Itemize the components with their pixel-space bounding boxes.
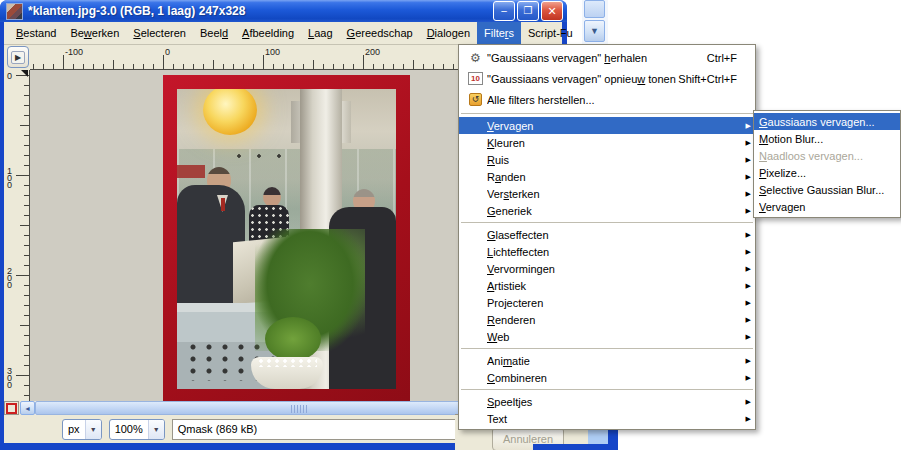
submenu-arrow-icon: ▶ [741, 139, 751, 147]
menu-item-label: Text [487, 413, 741, 425]
vertical-ruler[interactable]: 01 0 02 0 03 0 0 [4, 70, 30, 401]
menu-item-gaussiaans-vervagen[interactable]: Gaussiaans vervagen... [754, 113, 900, 130]
filters-menu: ⚙"Gaussiaans vervagen" herhalenCtrl+F10"… [458, 44, 756, 430]
menu-item-label: Selective Gaussian Blur... [759, 184, 896, 196]
photo-pot-pebbles [257, 358, 317, 367]
menu-item-label: Glaseffecten [487, 229, 741, 241]
ruler-label: 2 0 0 [7, 268, 12, 289]
menu-item-label: Randen [487, 171, 741, 183]
menu-item-label: Vervagen [759, 201, 896, 213]
menu-item-naadloos-vervagen[interactable]: Naadloos vervagen... [754, 147, 900, 164]
menu-item-randen[interactable]: Randen▶ [459, 168, 755, 185]
reshow-dialog-icon: 10 [464, 72, 487, 85]
submenu-arrow-icon: ▶ [741, 231, 751, 239]
menu-item-label: Combineren [487, 372, 741, 384]
menubar-item-beeld[interactable]: Beeld [193, 22, 235, 44]
menu-item-kleuren[interactable]: Kleuren▶ [459, 134, 755, 151]
unit-value: px [63, 423, 85, 435]
menu-item-web[interactable]: Web▶ [459, 328, 755, 345]
menubar-item-bewerken[interactable]: Bewerken [63, 22, 126, 44]
ruler-label: 0 [165, 47, 170, 57]
chevron-down-icon[interactable]: ▼ [85, 420, 101, 439]
submenu-arrow-icon: ▶ [741, 190, 751, 198]
menu-item-gaussiaans-vervagen-opnieuw-tonen[interactable]: 10"Gaussiaans vervagen" opnieuw tonenShi… [459, 68, 755, 89]
menu-item-animatie[interactable]: Animatie▶ [459, 352, 755, 369]
close-icon: ✕ [547, 6, 556, 17]
menu-item-ruis[interactable]: Ruis▶ [459, 151, 755, 168]
menu-item-label: Kleuren [487, 137, 741, 149]
vervagen-submenu: Gaussiaans vervagen...Motion Blur...Naad… [753, 110, 901, 218]
photo-lantern-lamp [203, 89, 257, 135]
menu-item-alle-filters-herstellen[interactable]: ↺Alle filters herstellen... [459, 89, 755, 110]
unit-select[interactable]: px ▼ [62, 419, 102, 440]
quickmask-toggle-button[interactable] [4, 401, 19, 415]
title-bar[interactable]: *klanten.jpg-3.0 (RGB, 1 laag) 247x328 –… [0, 0, 567, 22]
menubar-item-selecteren[interactable]: Selecteren [126, 22, 193, 44]
image-menu-button[interactable]: ▶ [7, 46, 29, 68]
submenu-arrow-icon: ▶ [741, 248, 751, 256]
maximize-icon: ❐ [524, 6, 533, 16]
menu-item-motion-blur[interactable]: Motion Blur... [754, 130, 900, 147]
menu-item-label: Alle filters herstellen... [487, 94, 751, 106]
menu-item-projecteren[interactable]: Projecteren▶ [459, 294, 755, 311]
scrollbar-thumb[interactable] [584, 0, 605, 18]
scroll-down-button[interactable]: ▼ [584, 20, 605, 42]
menu-item-glaseffecten[interactable]: Glaseffecten▶ [459, 226, 755, 243]
submenu-arrow-icon: ▶ [741, 398, 751, 406]
menu-item-combineren[interactable]: Combineren▶ [459, 369, 755, 386]
menu-item-vervagen[interactable]: Vervagen [754, 198, 900, 215]
menu-item-label: Ruis [487, 154, 741, 166]
menu-item-label: "Gaussiaans vervagen" herhalen [487, 52, 707, 64]
reset-icon: ↺ [464, 93, 487, 106]
menu-item-selective-gaussian-blur[interactable]: Selective Gaussian Blur... [754, 181, 900, 198]
menu-separator [459, 219, 755, 226]
close-button[interactable]: ✕ [541, 1, 563, 21]
menu-item-artistiek[interactable]: Artistiek▶ [459, 277, 755, 294]
menu-item-pixelize[interactable]: Pixelize... [754, 164, 900, 181]
gear-icon: ⚙ [464, 52, 487, 64]
minimize-icon: – [501, 6, 507, 16]
chevron-down-icon[interactable]: ▼ [148, 420, 164, 439]
menubar-item-afbeelding[interactable]: Afbeelding [235, 22, 301, 44]
menu-separator [459, 110, 755, 117]
photo-plant-lower [265, 317, 321, 361]
menu-arrow-icon: ▶ [11, 51, 25, 64]
menu-item-label: Versterken [487, 188, 741, 200]
submenu-arrow-icon: ▶ [741, 316, 751, 324]
menu-bar: BestandBewerkenSelecterenBeeldAfbeelding… [4, 22, 562, 45]
zoom-select[interactable]: 100% ▼ [109, 419, 165, 440]
photo-scene [177, 89, 396, 389]
ruler-label: 3 0 0 [7, 368, 12, 389]
shortcut-label: Shift+Ctrl+F [678, 73, 737, 85]
menu-item-label: Artistiek [487, 280, 741, 292]
menu-item-speeltjes[interactable]: Speeltjes▶ [459, 393, 755, 410]
menu-item-versterken[interactable]: Versterken▶ [459, 185, 755, 202]
menu-item-vervormingen[interactable]: Vervormingen▶ [459, 260, 755, 277]
scroll-left-button[interactable]: ◄ [20, 401, 35, 415]
window-title: *klanten.jpg-3.0 (RGB, 1 laag) 247x328 [28, 4, 493, 18]
menubar-item-filters[interactable]: Filters [477, 22, 521, 44]
photo-red-sign [177, 165, 205, 178]
submenu-arrow-icon: ▶ [741, 156, 751, 164]
maximize-button[interactable]: ❐ [517, 1, 539, 21]
menubar-item-bestand[interactable]: Bestand [9, 22, 63, 44]
menu-item-generiek[interactable]: Generiek▶ [459, 202, 755, 219]
menubar-item-scriptfu[interactable]: Script-Fu [521, 22, 580, 44]
menubar-item-dialogen[interactable]: Dialogen [420, 22, 477, 44]
ruler-label: 1 0 0 [7, 168, 12, 189]
menubar-item-gereedschap[interactable]: Gereedschap [340, 22, 420, 44]
menu-item-text[interactable]: Text▶ [459, 410, 755, 427]
menu-item-label: Renderen [487, 314, 741, 326]
ruler-label: 100 [265, 47, 280, 57]
submenu-arrow-icon: ▶ [741, 207, 751, 215]
menu-item-gaussiaans-vervagen-herhalen[interactable]: ⚙"Gaussiaans vervagen" herhalenCtrl+F [459, 47, 755, 68]
minimize-button[interactable]: – [493, 1, 515, 21]
menu-item-label: "Gaussiaans vervagen" opnieuw tonen [487, 73, 678, 85]
menubar-item-laag[interactable]: Laag [301, 22, 339, 44]
menu-item-label: Motion Blur... [759, 133, 896, 145]
canvas-image[interactable] [163, 75, 410, 401]
menu-item-vervagen[interactable]: Vervagen▶ [459, 117, 755, 134]
menu-item-lichteffecten[interactable]: Lichteffecten▶ [459, 243, 755, 260]
menu-item-renderen[interactable]: Renderen▶ [459, 311, 755, 328]
menu-item-label: Vervagen [487, 120, 741, 132]
